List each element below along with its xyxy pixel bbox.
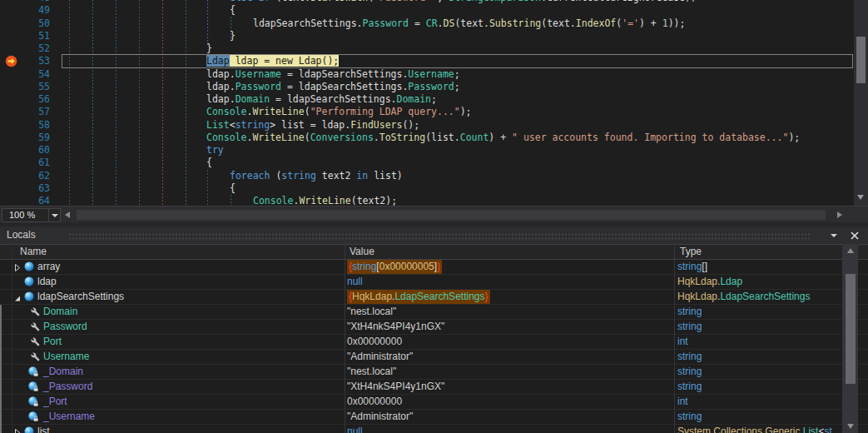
code-token: '=' xyxy=(622,17,639,29)
code-line-51[interactable]: 51} xyxy=(0,30,854,42)
scrollbar-thumb[interactable] xyxy=(846,274,856,384)
code-token: . xyxy=(541,0,547,3)
code-text: ldap.Password = ldapSearchSettings.Passw… xyxy=(0,81,854,93)
variable-type: int xyxy=(677,395,841,409)
locals-panel: Locals Name Value Type array{string[0x00… xyxy=(0,226,868,433)
variable-value[interactable]: "nest.local" xyxy=(347,305,672,319)
zoom-level-control[interactable]: 100 % xyxy=(2,208,53,222)
variable-value[interactable]: "XtH4nkS4PI4y1nGX" xyxy=(347,320,672,334)
code-text: { xyxy=(0,4,854,17)
variable-value[interactable]: 0x00000000 xyxy=(347,395,672,409)
close-button[interactable] xyxy=(847,228,862,243)
locals-row-ldapSearchSettings[interactable]: ldapSearchSettings{HqkLdap.LdapSearchSet… xyxy=(0,290,868,305)
code-token: else if xyxy=(230,0,270,3)
line-number: 57 xyxy=(0,106,50,118)
variable-value[interactable]: null xyxy=(347,275,672,289)
variable-value[interactable]: "Administrator" xyxy=(347,350,672,364)
scroll-up-arrow-icon[interactable] xyxy=(847,248,854,253)
code-token: [] xyxy=(702,261,707,272)
variable-type: HqkLdap.LdapSearchSettings xyxy=(677,290,841,304)
code-text: try xyxy=(0,144,854,157)
code-token: Console xyxy=(253,195,293,206)
orb-icon xyxy=(24,291,34,306)
locals-row-Username[interactable]: Username"Administrator"string xyxy=(0,350,868,365)
code-line-56[interactable]: 56ldap.Domain = ldapSearchSettings.Domai… xyxy=(0,93,854,106)
locals-row-array[interactable]: array{string[0x00000005]}string[] xyxy=(0,260,868,275)
locals-column-header[interactable]: Name Value Type xyxy=(0,244,868,260)
code-line-55[interactable]: 55ldap.Password = ldapSearchSettings.Pas… xyxy=(0,81,854,93)
locals-row-_Port[interactable]: _Port0x00000000int xyxy=(0,395,868,410)
drag-texture xyxy=(68,232,810,241)
locals-row-Domain[interactable]: Domain"nest.local"string xyxy=(0,305,868,320)
horizontal-scrollbar-thumb[interactable] xyxy=(77,210,826,220)
code-token: Password xyxy=(408,81,454,92)
window-menu-button[interactable] xyxy=(828,226,841,244)
code-line-61[interactable]: 61{ xyxy=(0,157,854,169)
scroll-down-arrow-icon[interactable] xyxy=(847,424,854,429)
scroll-right-arrow-icon[interactable] xyxy=(837,212,842,218)
code-token: "XtH4nkS4PI4y1nGX" xyxy=(347,321,444,332)
code-token: ); xyxy=(788,132,800,143)
code-token: st xyxy=(824,426,831,433)
locals-row-Password[interactable]: Password"XtH4nkS4PI4y1nGX"string xyxy=(0,320,868,335)
variable-orb-icon xyxy=(24,426,34,433)
code-text: } xyxy=(0,30,854,42)
variable-value[interactable]: {HqkLdap.LdapSearchSettings} xyxy=(347,290,672,304)
code-text: Console.WriteLine(Conversions.ToString(l… xyxy=(0,132,854,144)
code-token: Username xyxy=(236,68,281,80)
code-token: "Administrator" xyxy=(347,411,413,422)
breakpoint-current-statement-icon[interactable] xyxy=(5,55,17,71)
code-token: ; xyxy=(454,68,460,80)
code-line-50[interactable]: 50ldapSearchSettings.Password = CR.DS(te… xyxy=(0,17,854,30)
locals-row-_Domain[interactable]: _Domain"nest.local"string xyxy=(0,365,868,380)
code-line-53[interactable]: 53Ldap ldap = new Ldap(); xyxy=(0,55,854,67)
locals-row-_Username[interactable]: _Username"Administrator"string xyxy=(0,410,868,425)
code-token: ( xyxy=(270,170,281,182)
code-line-60[interactable]: 60try xyxy=(0,144,854,157)
code-token: { xyxy=(230,4,236,16)
variable-value[interactable]: 0x00000000 xyxy=(347,335,672,349)
variable-value[interactable]: "XtH4nkS4PI4y1nGX" xyxy=(347,380,672,394)
locals-row-ldap[interactable]: ldapnullHqkLdap.Ldap xyxy=(0,275,868,290)
variable-type: string xyxy=(677,350,841,364)
code-line-63[interactable]: 63{ xyxy=(0,182,854,195)
variable-value[interactable]: {string[0x00000005]} xyxy=(347,260,672,274)
column-header-type[interactable]: Type xyxy=(680,245,702,259)
zoom-dropdown-button[interactable] xyxy=(48,208,61,222)
locals-row-Port[interactable]: Port0x00000000int xyxy=(0,335,868,350)
code-token: < xyxy=(230,119,236,131)
code-token: . xyxy=(438,17,444,29)
column-header-value[interactable]: Value xyxy=(350,245,374,259)
code-token: FindUsers xyxy=(350,119,402,131)
code-line-54[interactable]: 54ldap.Username = ldapSearchSettings.Use… xyxy=(0,68,854,81)
code-line-59[interactable]: 59Console.WriteLine(Conversions.ToString… xyxy=(0,132,854,144)
code-line-58[interactable]: 58List<string> list = ldap.FindUsers(); xyxy=(0,119,854,132)
code-line-49[interactable]: 49{ xyxy=(0,4,854,17)
column-separator[interactable] xyxy=(842,244,843,433)
code-token: "Password=" xyxy=(374,0,437,3)
column-separator[interactable] xyxy=(345,244,345,433)
editor-vertical-scrollbar[interactable] xyxy=(854,0,868,206)
variable-value[interactable]: null xyxy=(347,425,672,433)
scroll-down-arrow-icon[interactable] xyxy=(857,195,864,200)
scroll-left-arrow-icon[interactable] xyxy=(65,212,70,218)
locals-title-bar[interactable]: Locals xyxy=(0,226,868,244)
code-token: "nest.local" xyxy=(347,306,396,317)
scrollbar-thumb[interactable] xyxy=(856,37,866,83)
code-editor[interactable]: 48else if (text.StartsWith("Password=", … xyxy=(0,0,868,206)
code-line-64[interactable]: 64Console.WriteLine(text2); xyxy=(0,195,854,206)
row-expander[interactable] xyxy=(13,427,22,433)
locals-row-_Password[interactable]: _Password"XtH4nkS4PI4y1nGX"string xyxy=(0,380,868,395)
column-header-name[interactable]: Name xyxy=(20,245,47,259)
code-line-52[interactable]: 52} xyxy=(0,42,854,55)
code-line-57[interactable]: 57Console.WriteLine("Performing LDAP que… xyxy=(0,106,854,118)
variable-value[interactable]: "nest.local" xyxy=(347,365,672,379)
code-token: )); xyxy=(668,17,686,29)
code-text: Console.WriteLine("Performing LDAP query… xyxy=(0,106,854,118)
code-line-62[interactable]: 62foreach (string text2 in list) xyxy=(0,170,854,182)
column-separator[interactable] xyxy=(674,244,675,433)
locals-row-list[interactable]: listnullSystem.Collections.Generic.List<… xyxy=(0,425,868,433)
locals-vertical-scrollbar[interactable] xyxy=(843,244,858,433)
code-token: string xyxy=(352,261,376,272)
variable-value[interactable]: "Administrator" xyxy=(347,410,672,424)
